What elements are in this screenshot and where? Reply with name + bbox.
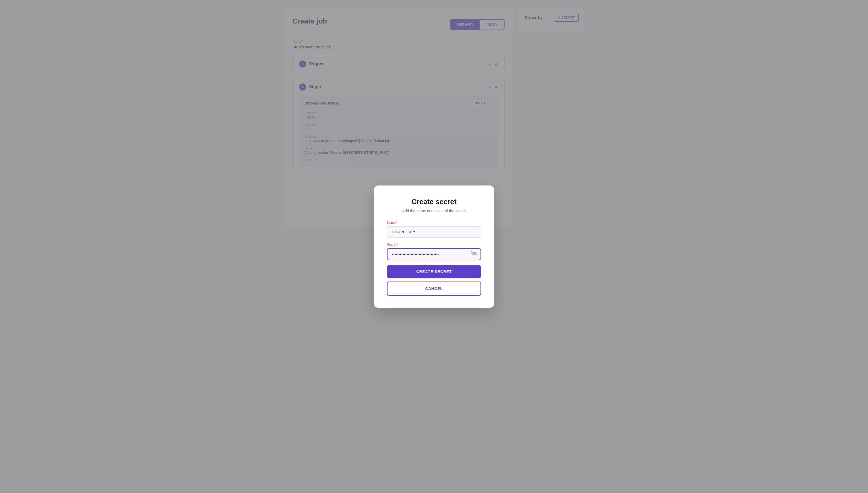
modal-subtitle: Add the name and value of the secret — [387, 209, 481, 213]
modal-name-input[interactable] — [387, 226, 481, 238]
cancel-button[interactable]: CANCEL — [387, 281, 481, 296]
create-secret-button[interactable]: CREATE SECRET — [387, 265, 481, 278]
modal-overlay: Create secret Add the name and value of … — [0, 0, 868, 493]
modal-name-label: Name* — [387, 221, 481, 224]
modal-secret-label: Secret* — [387, 243, 481, 246]
modal-secret-input[interactable] — [387, 248, 481, 260]
secret-input-wrapper — [387, 248, 481, 260]
modal-title: Create secret — [387, 197, 481, 206]
modal: Create secret Add the name and value of … — [374, 186, 494, 308]
modal-secret-field: Secret* — [387, 243, 481, 260]
modal-name-field: Name* — [387, 221, 481, 238]
eye-slash-icon[interactable] — [471, 251, 477, 257]
